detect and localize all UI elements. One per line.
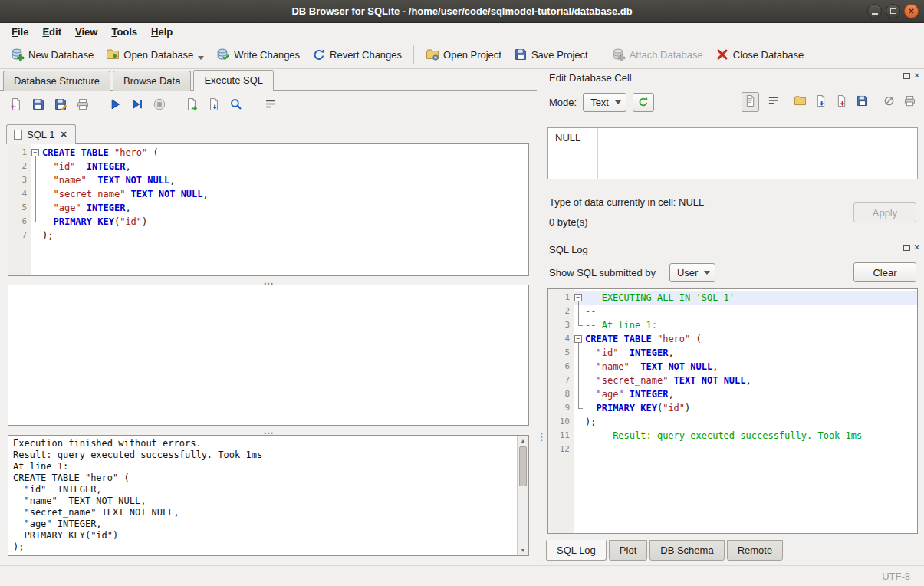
cell-content: NULL	[555, 132, 580, 143]
float-dock-icon[interactable]	[903, 245, 910, 251]
code-line: 4−CREATE TABLE "hero" (	[548, 332, 917, 346]
clear-button[interactable]: Clear	[853, 262, 916, 282]
sql-toolbar	[9, 97, 278, 114]
line-number: 10	[548, 415, 574, 429]
save-sql-file-button[interactable]	[31, 97, 45, 114]
execution-log-pane[interactable]: Execution finished without errors. Resul…	[8, 435, 529, 556]
execution-log-text: Execution finished without errors. Resul…	[8, 436, 528, 555]
splitter-handle[interactable]	[8, 427, 529, 433]
menu-file[interactable]: File	[5, 24, 35, 40]
fold-column	[31, 215, 42, 229]
encoding-indicator: UTF-8	[882, 571, 910, 582]
open-sql-file-button[interactable]	[9, 97, 23, 114]
stop-icon	[153, 97, 166, 111]
close-dock-icon[interactable]: ✕	[914, 71, 920, 80]
revert-changes-button[interactable]: Revert Changes	[306, 44, 408, 65]
splitter-handle[interactable]	[8, 278, 529, 284]
titlebar[interactable]: DB Browser for SQLite - /home/user/code/…	[0, 0, 924, 23]
close-button[interactable]: ✕	[904, 4, 919, 18]
tab-browse-data[interactable]: Browse Data	[113, 71, 191, 91]
scrollbar-thumb[interactable]	[519, 446, 527, 486]
import-data-button[interactable]	[814, 94, 827, 110]
mode-select[interactable]: Text	[583, 93, 626, 112]
fold-column	[574, 387, 585, 401]
code-line: 4 "secret_name" TEXT NOT NULL,	[8, 187, 528, 201]
print-icon	[76, 97, 90, 111]
export-data-button[interactable]	[835, 94, 848, 110]
window-title: DB Browser for SQLite - /home/user/code/…	[291, 5, 632, 17]
menu-tools[interactable]: Tools	[104, 24, 144, 40]
text-mode-icon	[744, 94, 757, 107]
scroll-up-icon[interactable]: ▲	[518, 436, 528, 446]
write-changes-button[interactable]: Write Changes	[210, 44, 306, 65]
minimize-button[interactable]	[867, 4, 882, 18]
scroll-down-icon[interactable]: ▼	[518, 545, 528, 555]
code-line: 5 "age" INTEGER,	[8, 201, 528, 215]
open-file-button[interactable]	[794, 94, 807, 110]
save-results-button[interactable]	[207, 97, 221, 114]
chevron-down-icon[interactable]	[198, 56, 204, 60]
float-dock-icon[interactable]	[903, 73, 910, 79]
scrollbar[interactable]: ▲ ▼	[517, 436, 528, 555]
sql-tab-sql1[interactable]: SQL 1 ✕	[6, 124, 76, 144]
dock-tab-sql-log[interactable]: SQL Log	[546, 540, 607, 561]
line-number: 1	[548, 291, 574, 305]
menu-view[interactable]: View	[68, 24, 104, 40]
code-line: 9 PRIMARY KEY("id")	[548, 401, 917, 415]
dock-tab-db-schema[interactable]: DB Schema	[649, 540, 724, 561]
close-database-button[interactable]: Close Database	[709, 44, 811, 65]
open-project-button[interactable]: Open Project	[419, 44, 508, 65]
text-mode-button[interactable]	[742, 92, 759, 112]
print-button[interactable]	[76, 97, 90, 114]
tab-execute-sql[interactable]: Execute SQL	[193, 70, 274, 91]
close-dock-icon[interactable]: ✕	[914, 243, 920, 252]
word-wrap-button[interactable]	[264, 97, 278, 114]
filter-label: Show SQL submitted by	[549, 267, 656, 278]
sql-log-title: SQL Log	[549, 244, 588, 255]
dock-tab-remote[interactable]: Remote	[727, 540, 784, 561]
code-line: 12	[548, 443, 917, 456]
close-tab-icon[interactable]: ✕	[59, 130, 67, 140]
maximize-button[interactable]	[886, 4, 900, 18]
apply-format-button[interactable]	[633, 93, 654, 112]
results-pane[interactable]	[8, 285, 529, 426]
find-replace-button[interactable]	[229, 97, 243, 114]
fold-marker-icon[interactable]: −	[31, 146, 42, 160]
fold-marker-icon[interactable]: −	[574, 291, 585, 305]
export-csv-button[interactable]	[185, 97, 199, 114]
sql-log-pane[interactable]: 1−-- EXECUTING ALL IN 'SQL 1'2--3-- At l…	[547, 288, 918, 534]
fold-column	[574, 346, 585, 360]
word-wrap-button[interactable]	[767, 94, 780, 110]
code-line: 3 "name" TEXT NOT NULL,	[8, 173, 528, 187]
dock-tab-plot[interactable]: Plot	[609, 540, 647, 561]
statusbar: UTF-8	[0, 565, 924, 586]
execute-all-button[interactable]	[108, 97, 122, 114]
set-null-button[interactable]	[883, 94, 896, 110]
save-project-button[interactable]: Save Project	[508, 44, 594, 65]
write-changes-icon	[216, 48, 230, 61]
open-database-button[interactable]: Open Database	[100, 44, 210, 65]
submitted-by-select[interactable]: User	[669, 263, 715, 282]
fold-column	[574, 318, 585, 332]
code-line: 6 PRIMARY KEY("id")	[8, 215, 528, 229]
cell-editor[interactable]: NULL	[547, 127, 918, 179]
menubar: FileEditViewToolsHelp	[0, 23, 924, 41]
new-database-button[interactable]: New Database	[5, 44, 100, 65]
dock-tab-bar: SQL LogPlotDB SchemaRemote	[546, 540, 785, 561]
menu-help[interactable]: Help	[144, 24, 179, 40]
save-sql-file-as-button[interactable]	[54, 97, 67, 114]
tab-database-structure[interactable]: Database Structure	[3, 71, 110, 91]
stop-button	[153, 97, 166, 114]
print-button[interactable]	[903, 94, 916, 110]
line-number: 4	[548, 332, 574, 346]
import-data-icon	[814, 94, 827, 107]
sql-subtab-bar: SQL 1 ✕	[6, 122, 76, 144]
sql-editor[interactable]: 1−CREATE TABLE "hero" (2 "id" INTEGER,3 …	[8, 143, 529, 276]
fold-marker-icon[interactable]: −	[574, 332, 585, 346]
menu-edit[interactable]: Edit	[35, 24, 68, 40]
code-line: 11 -- Result: query executed successfull…	[548, 429, 917, 443]
save-as-button[interactable]	[856, 94, 869, 110]
cell-editor-toolbar	[742, 92, 916, 112]
execute-current-line-button[interactable]	[130, 97, 144, 114]
fold-column	[31, 229, 42, 242]
